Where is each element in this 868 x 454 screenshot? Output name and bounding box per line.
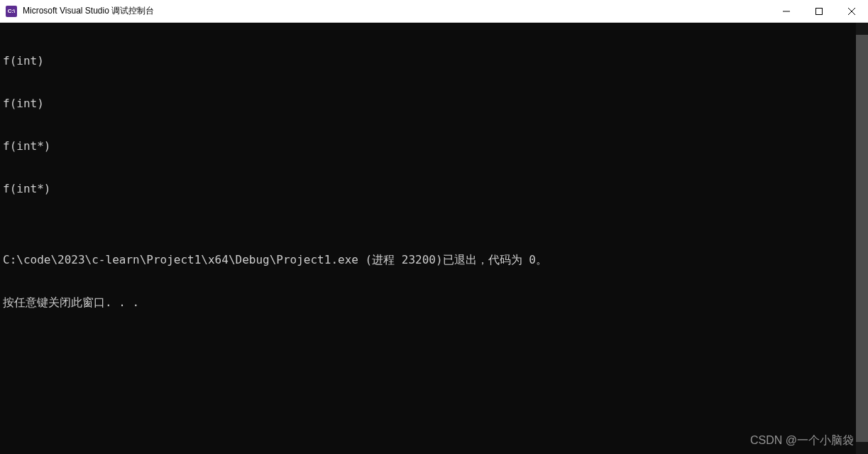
app-icon-text: C:\	[8, 8, 16, 14]
close-icon	[848, 8, 855, 15]
scrollbar-thumb[interactable]	[856, 35, 868, 442]
console-area: f(int) f(int) f(int*) f(int*) C:\code\20…	[0, 23, 868, 454]
window-controls	[770, 0, 868, 22]
maximize-icon	[815, 8, 823, 15]
maximize-button[interactable]	[803, 0, 835, 22]
console-line: C:\code\2023\c-learn\Project1\x64\Debug\…	[3, 253, 856, 267]
close-button[interactable]	[835, 0, 868, 22]
console-content[interactable]: f(int) f(int) f(int*) f(int*) C:\code\20…	[0, 23, 856, 454]
scrollbar-track[interactable]	[856, 35, 868, 442]
minimize-button[interactable]	[770, 0, 803, 22]
app-icon: C:\	[6, 6, 17, 17]
console-line: f(int)	[3, 97, 856, 111]
titlebar: C:\ Microsoft Visual Studio 调试控制台	[0, 0, 868, 23]
scroll-up-arrow-icon[interactable]	[856, 23, 868, 35]
console-line: f(int*)	[3, 182, 856, 196]
console-line: f(int)	[3, 54, 856, 68]
minimize-icon	[783, 8, 790, 15]
scroll-down-arrow-icon[interactable]	[856, 442, 868, 454]
window-title: Microsoft Visual Studio 调试控制台	[23, 5, 770, 17]
vertical-scrollbar[interactable]	[856, 23, 868, 454]
svg-rect-1	[816, 8, 823, 14]
console-line: f(int*)	[3, 139, 856, 153]
console-line: 按任意键关闭此窗口. . .	[3, 296, 856, 310]
